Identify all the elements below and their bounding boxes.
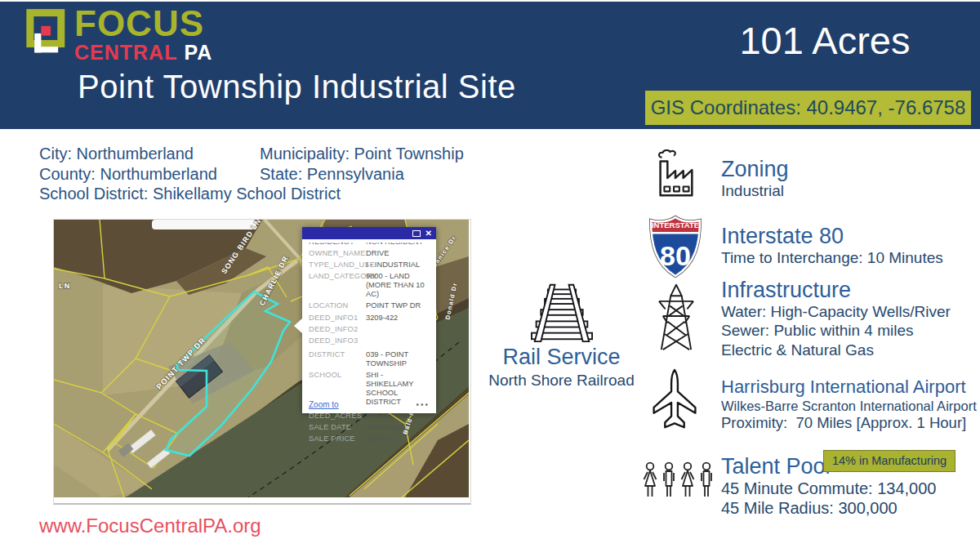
infrastructure-heading: Infrastructure bbox=[721, 278, 951, 302]
aerial-map[interactable]: POINT TWP DR CHARLIE DR SONG BIRD LN LN … bbox=[53, 219, 471, 505]
site-info-state: State: Pennsylvania bbox=[260, 164, 529, 185]
page-title: Point Township Industrial Site bbox=[78, 69, 516, 105]
flyer-page: FOCUS CENTRAL PA Point Township Industri… bbox=[0, 0, 980, 548]
popup-field-row: OWNER_NAMEDRIVE bbox=[309, 249, 430, 258]
zoning-heading: Zoning bbox=[721, 157, 789, 181]
factory-icon bbox=[650, 149, 701, 203]
rail-service-provider: North Shore Railroad bbox=[478, 372, 645, 390]
interstate-80-shield-icon: INTERSTATE 80 bbox=[648, 214, 703, 283]
parcel-info-popup: ✕ RESIDENCYNON RESIDENT OWNER_NAMEDRIVE … bbox=[302, 227, 436, 413]
manufacturing-badge: 14% in Manufacturing bbox=[823, 450, 956, 472]
rail-service-section: Rail Service North Shore Railroad bbox=[478, 281, 645, 390]
popup-field-row: DEED_INFO13209-422 bbox=[309, 314, 430, 323]
logo-text-pa: PA bbox=[184, 41, 212, 65]
site-info-school-district: School District: Shikellamy School Distr… bbox=[39, 184, 529, 204]
popup-close-icon[interactable]: ✕ bbox=[425, 229, 432, 238]
focus-logo-mark-icon bbox=[21, 7, 67, 58]
talent-commute: 45 Minute Commute: 134,000 bbox=[721, 479, 937, 498]
interstate-time: Time to Interchange: 10 Minutes bbox=[721, 248, 943, 267]
page-top-edge bbox=[0, 0, 980, 2]
airport-proximity: Proximity: 70 Miles [Approx. 1 Hour] bbox=[721, 414, 977, 433]
airport-secondary: Wilkes-Barre Scranton International Airp… bbox=[721, 398, 977, 414]
rail-service-heading: Rail Service bbox=[478, 345, 645, 370]
infrastructure-section: Infrastructure Water: High-Capacity Well… bbox=[721, 278, 951, 359]
popup-maximize-icon[interactable] bbox=[412, 230, 421, 237]
focus-central-pa-logo: FOCUS CENTRAL PA bbox=[21, 7, 212, 65]
airport-heading: Harrisburg International Airport bbox=[721, 377, 977, 398]
power-lines-icon bbox=[651, 281, 702, 356]
talent-radius: 45 Mile Radius: 300,000 bbox=[721, 498, 937, 518]
railroad-tracks-icon bbox=[524, 281, 599, 346]
popup-field-row: DISTRICT039 - POINT TOWNSHIP bbox=[309, 350, 430, 368]
logo-text-central: CENTRAL bbox=[74, 41, 177, 65]
popup-field-row: LAND_CATEGORY9800 - LAND (MORE THAN 10 A… bbox=[309, 272, 430, 299]
popup-titlebar: ✕ bbox=[302, 227, 436, 239]
people-icon bbox=[642, 460, 717, 504]
infrastructure-water: Water: High-Capacity Wells/River bbox=[721, 302, 951, 321]
airplane-icon bbox=[648, 367, 701, 440]
map-search-bar-cutoff bbox=[152, 220, 256, 229]
popup-field-row: LOCATIONPOINT TWP DR bbox=[309, 301, 430, 310]
site-info-county: County: Northumberland bbox=[39, 164, 260, 185]
site-info-municipality: Municipality: Point Township bbox=[260, 144, 529, 164]
website-link[interactable]: www.FocusCentralPA.org bbox=[39, 515, 261, 537]
popup-body: RESIDENCYNON RESIDENT OWNER_NAMEDRIVE TY… bbox=[302, 239, 436, 443]
header-band: FOCUS CENTRAL PA Point Township Industri… bbox=[0, 0, 980, 129]
gis-coordinates-badge: GIS Coordinates: 40.9467, -76.6758 bbox=[645, 91, 971, 125]
popup-zoom-to-link[interactable]: Zoom to bbox=[309, 400, 339, 409]
infrastructure-utilities: Electric & Natural Gas bbox=[721, 341, 951, 359]
zoning-section: Zoning Industrial bbox=[721, 157, 789, 200]
site-info-block: City: Northumberland Municipality: Point… bbox=[39, 144, 529, 204]
logo-text-focus: FOCUS bbox=[74, 7, 212, 40]
popup-field-row: SALE PRICE4580000 bbox=[309, 434, 430, 443]
popup-field-row: DEED_INFO3 bbox=[309, 336, 430, 345]
site-info-city: City: Northumberland bbox=[39, 144, 260, 164]
airport-section: Harrisburg International Airport Wilkes-… bbox=[721, 377, 977, 432]
popup-more-options-button[interactable]: ••• bbox=[416, 400, 430, 409]
zoning-value: Industrial bbox=[721, 181, 789, 200]
popup-row-clipped: RESIDENCYNON RESIDENT bbox=[309, 243, 430, 247]
popup-field-row: TYPE_LAND_USEI - INDUSTRIAL bbox=[309, 261, 430, 270]
interstate-heading: Interstate 80 bbox=[721, 224, 943, 248]
road-label-ln: LN bbox=[59, 282, 70, 290]
popup-pointer bbox=[294, 319, 302, 333]
infrastructure-sewer: Sewer: Public within 4 miles bbox=[721, 321, 951, 340]
popup-field-row: DEED_ACRES101.73 bbox=[309, 412, 430, 421]
acreage-headline: 101 Acres bbox=[694, 18, 956, 63]
popup-field-row: SALE DATE09/09/2022 bbox=[309, 423, 430, 432]
interstate-section: Interstate 80 Time to Interchange: 10 Mi… bbox=[721, 224, 943, 267]
popup-field-row: DEED_INFO2 bbox=[309, 325, 430, 334]
